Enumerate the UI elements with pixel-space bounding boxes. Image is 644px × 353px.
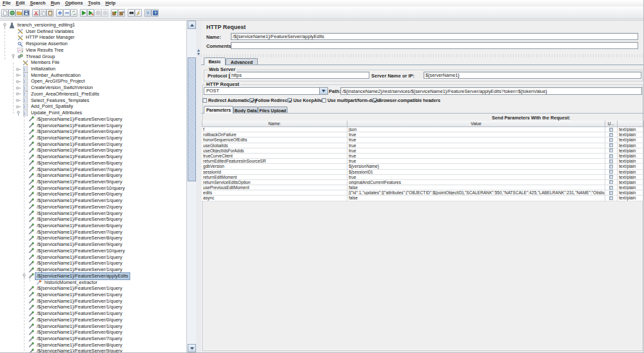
param-url-encode-cell[interactable] bbox=[605, 196, 618, 201]
tree-item[interactable]: /${serviceName1}/FeatureServer/1/query bbox=[0, 197, 186, 204]
checkbox-checked-icon[interactable] bbox=[288, 98, 292, 103]
comments-field[interactable] bbox=[231, 42, 638, 49]
tree-item[interactable]: /${serviceName1}/FeatureServer/1/query bbox=[0, 285, 186, 292]
param-url-encode-cell[interactable] bbox=[605, 185, 618, 190]
toolbar-function-helper-button[interactable] bbox=[144, 9, 151, 17]
param-name-cell[interactable]: async bbox=[202, 196, 347, 201]
column-header-content-type[interactable] bbox=[618, 121, 643, 127]
column-header-url-encode[interactable]: U... bbox=[605, 121, 618, 127]
tree-item[interactable]: Zoom_AreaOfInterest1_PreEdits bbox=[0, 91, 186, 97]
tree-item[interactable]: /${serviceName1}/FeatureServer/6/query bbox=[0, 329, 186, 336]
param-value-cell[interactable]: true bbox=[347, 154, 605, 159]
toolbar-search-button[interactable] bbox=[128, 9, 135, 17]
splitter-collapse-icon[interactable] bbox=[197, 49, 200, 52]
param-url-encode-cell[interactable] bbox=[605, 127, 618, 132]
tree-collapsed-handle[interactable] bbox=[15, 104, 23, 110]
param-content-type-cell[interactable]: text/plain bbox=[618, 143, 643, 148]
server-name-field[interactable] bbox=[424, 72, 641, 79]
toolbar-remote-stop-all-button[interactable] bbox=[118, 9, 125, 17]
toolbar-templates-button[interactable] bbox=[8, 9, 15, 17]
toolbar-search-reset-button[interactable] bbox=[135, 9, 142, 17]
url-encode-checkbox[interactable] bbox=[609, 133, 613, 137]
param-value-cell[interactable]: true bbox=[347, 148, 605, 154]
url-encode-checkbox[interactable] bbox=[609, 165, 613, 168]
tree-item[interactable]: /${serviceName1}/FeatureServer/6/query bbox=[0, 223, 186, 229]
toolbar-toggle-button[interactable] bbox=[70, 9, 77, 17]
scroll-up-button[interactable] bbox=[188, 21, 196, 29]
param-name-cell[interactable]: returnEditMoment bbox=[202, 175, 347, 180]
option-redirect-automatically[interactable]: Redirect Automatically bbox=[202, 97, 257, 103]
tree-item[interactable]: branch_versioning_editing1 bbox=[0, 22, 186, 28]
tree-item[interactable]: /${serviceName1}/FeatureServer/0/query bbox=[0, 191, 186, 197]
tree-item[interactable]: /${serviceName1}/FeatureServer/1/query bbox=[0, 310, 186, 317]
tree-item[interactable]: /${serviceName1}/FeatureServer/1/query bbox=[0, 116, 186, 123]
tree-item[interactable]: /${serviceName1}/FeatureServer/applyEdit… bbox=[0, 273, 186, 279]
param-content-type-cell[interactable]: text/plain bbox=[618, 154, 643, 159]
tree-item[interactable]: /${serviceName1}/FeatureServer/1/query bbox=[0, 323, 186, 330]
option-use-multipart-form-data[interactable]: Use multipart/form-data bbox=[322, 97, 378, 103]
tree-item[interactable]: /${serviceName1}/FeatureServer/1/query bbox=[0, 304, 186, 310]
param-url-encode-cell[interactable] bbox=[605, 190, 618, 196]
tree-item[interactable]: historicMoment_extractor bbox=[0, 279, 186, 286]
tree-item[interactable]: /${serviceName1}/FeatureServer/1/query bbox=[0, 260, 186, 267]
toolbar-collapse-all-button[interactable] bbox=[63, 9, 70, 17]
param-url-encode-cell[interactable] bbox=[605, 143, 618, 148]
param-value-cell[interactable]: json bbox=[347, 127, 605, 132]
tree-expanded-handle[interactable] bbox=[21, 273, 28, 279]
tree-item[interactable]: Initialization bbox=[0, 66, 186, 72]
tree-item[interactable]: Select_Features_Templates bbox=[0, 97, 186, 104]
param-name-cell[interactable]: useObjectIdsForAdds bbox=[202, 148, 347, 154]
param-content-type-cell[interactable]: text/plain bbox=[618, 148, 643, 154]
method-select[interactable]: POST bbox=[204, 87, 328, 95]
param-content-type-cell[interactable]: text/plain bbox=[618, 137, 643, 143]
tree-item[interactable]: Thread Group bbox=[0, 54, 186, 60]
tree-item[interactable]: /${serviceName1}/FeatureServer/2/query bbox=[0, 204, 186, 210]
tab-parameters[interactable]: Parameters bbox=[204, 106, 233, 114]
param-url-encode-cell[interactable] bbox=[605, 180, 618, 185]
test-plan-tree[interactable]: branch_versioning_editing1User Defined V… bbox=[0, 20, 186, 352]
tree-item[interactable]: /${serviceName1}/FeatureServer/1/query bbox=[0, 254, 186, 261]
toolbar-copy-button[interactable] bbox=[39, 9, 46, 17]
tree-item[interactable]: Response Assertion bbox=[0, 41, 186, 47]
tree-collapsed-handle[interactable] bbox=[15, 79, 23, 85]
tree-item[interactable]: /${serviceName1}/FeatureServer/9/query bbox=[0, 348, 186, 352]
param-content-type-cell[interactable]: text/plain bbox=[618, 164, 643, 169]
tree-item[interactable]: HTTP Header Manager bbox=[0, 34, 186, 41]
url-encode-checkbox[interactable] bbox=[609, 154, 613, 158]
toolbar-paste-button[interactable] bbox=[46, 9, 54, 17]
path-field[interactable] bbox=[340, 87, 642, 95]
param-name-cell[interactable]: gdbVersion bbox=[202, 164, 347, 169]
url-encode-checkbox[interactable] bbox=[609, 159, 613, 163]
param-value-cell[interactable]: originalAndCurrentFeatures bbox=[347, 180, 605, 185]
tab-basic[interactable]: Basic bbox=[204, 57, 226, 65]
param-url-encode-cell[interactable] bbox=[605, 159, 618, 164]
param-name-cell[interactable]: trueCurveClient bbox=[202, 154, 347, 159]
toolbar-open-button[interactable] bbox=[15, 9, 23, 17]
param-name-cell[interactable]: sessionId bbox=[202, 170, 347, 175]
param-url-encode-cell[interactable] bbox=[605, 170, 618, 175]
tree-item[interactable]: /${serviceName1}/FeatureServer/0/query bbox=[0, 317, 186, 323]
url-encode-checkbox[interactable] bbox=[609, 128, 613, 132]
tree-item[interactable]: /${serviceName1}/FeatureServer/10/query bbox=[0, 185, 186, 192]
toolbar-new-file-button[interactable] bbox=[1, 9, 8, 17]
url-encode-checkbox[interactable] bbox=[609, 148, 613, 152]
url-encode-checkbox[interactable] bbox=[609, 170, 613, 174]
url-encode-checkbox[interactable] bbox=[609, 180, 613, 184]
tree-item[interactable]: /${serviceName1}/FeatureServer/6/query bbox=[0, 160, 186, 166]
param-url-encode-cell[interactable] bbox=[605, 132, 618, 137]
tree-item[interactable]: /${serviceName1}/FeatureServer/5/query bbox=[0, 154, 186, 160]
param-url-encode-cell[interactable] bbox=[605, 175, 618, 180]
tree-item[interactable]: Member_Authentication bbox=[0, 72, 186, 79]
param-content-type-cell[interactable]: text/plain bbox=[618, 170, 643, 175]
param-url-encode-cell[interactable] bbox=[605, 148, 618, 154]
tree-item[interactable]: /${serviceName1}/FeatureServer/7/query bbox=[0, 336, 186, 342]
name-field[interactable] bbox=[231, 33, 638, 40]
param-name-cell[interactable]: rollbackOnFailure bbox=[202, 132, 347, 137]
menu-edit[interactable]: Edit bbox=[14, 0, 28, 6]
toolbar-cut-button[interactable] bbox=[32, 9, 39, 17]
param-value-cell[interactable]: ${versionName} bbox=[347, 164, 605, 169]
combo-dropdown-button[interactable] bbox=[319, 88, 327, 94]
option-browser-compatible-headers[interactable]: Browser-compatible headers bbox=[373, 97, 440, 103]
param-value-cell[interactable]: ${sessionID} bbox=[347, 170, 605, 175]
checkbox-checked-icon[interactable] bbox=[249, 98, 254, 103]
